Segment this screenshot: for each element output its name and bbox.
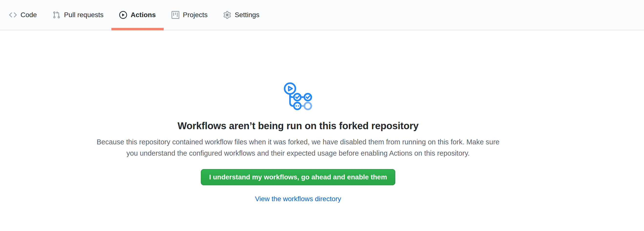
blankslate-description: Because this repository contained workfl… [90,136,506,159]
tab-actions[interactable]: Actions [112,0,164,30]
project-icon [172,11,179,19]
tab-actions-label: Actions [131,12,156,18]
tab-pull-requests[interactable]: Pull requests [45,0,112,30]
actions-blankslate: Workflows aren’t being run on this forke… [0,30,596,203]
tab-pull-requests-label: Pull requests [64,12,104,18]
enable-workflows-button[interactable]: I understand my workflows, go ahead and … [201,169,395,185]
tab-code-label: Code [20,12,37,18]
tab-settings[interactable]: Settings [216,0,267,30]
pull-request-icon [52,11,60,19]
play-circle-icon [119,11,127,19]
repo-tabbar: Code Pull requests Actions Projects Sett… [0,0,644,30]
code-icon [9,11,17,19]
view-workflows-directory-link[interactable]: View the workflows directory [255,195,341,203]
tab-code[interactable]: Code [1,0,45,30]
blankslate-heading: Workflows aren’t being run on this forke… [178,120,419,131]
tab-projects[interactable]: Projects [164,0,216,30]
workflow-graph-icon [284,82,313,112]
gear-icon [223,11,231,19]
tab-projects-label: Projects [183,12,208,18]
tab-settings-label: Settings [235,12,260,18]
